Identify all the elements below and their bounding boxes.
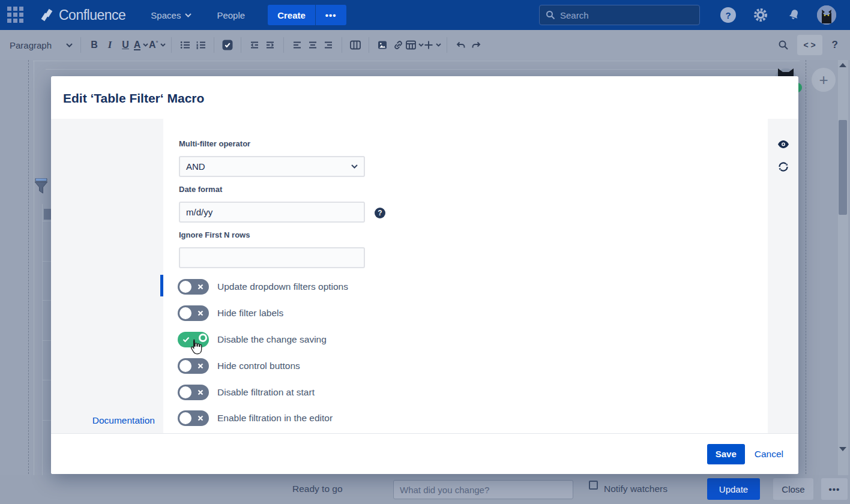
underline-button[interactable]: U: [118, 35, 133, 55]
align-left-button[interactable]: [289, 35, 305, 55]
table-row-line: [42, 300, 51, 301]
scrollbar-down-arrow[interactable]: [839, 447, 846, 451]
toolbar-separator: [171, 37, 172, 53]
italic-button[interactable]: I: [102, 35, 118, 55]
toggle-row-enable-filtration-in-editor: Enable filtration in the editor: [178, 410, 333, 426]
search-icon: [546, 10, 555, 20]
notify-watchers-checkbox[interactable]: [589, 481, 598, 490]
documentation-link[interactable]: Documentation: [51, 415, 163, 426]
bullet-list-button[interactable]: [177, 35, 193, 55]
insert-link-button[interactable]: [390, 35, 406, 55]
align-right-button[interactable]: [321, 35, 336, 55]
page-scrollbar[interactable]: [838, 60, 848, 475]
app-switcher-icon[interactable]: [7, 7, 24, 23]
toolbar-separator: [214, 37, 214, 53]
confluence-logo-text[interactable]: Confluence: [59, 7, 125, 23]
align-center-button[interactable]: [305, 35, 321, 55]
table-row-line: [42, 221, 51, 221]
toggle-off-x-icon: [197, 284, 203, 290]
cancel-link[interactable]: Cancel: [755, 449, 783, 460]
toggle-enable-filtration-in-editor[interactable]: [178, 410, 209, 426]
editor-help-button[interactable]: ?: [828, 39, 842, 51]
toggle-row-hide-control-buttons: Hide control buttons: [178, 358, 300, 374]
text-color-dropdown[interactable]: A: [133, 35, 149, 55]
top-nav: Confluence Spaces People Create ••• ?: [0, 0, 850, 30]
paragraph-style-dropdown[interactable]: Paragraph: [10, 40, 73, 50]
more-options-button[interactable]: •••: [821, 478, 848, 500]
nav-people[interactable]: People: [217, 10, 245, 20]
field-label-date-format: Date format: [179, 185, 222, 194]
add-content-fab[interactable]: +: [812, 68, 836, 92]
editor-status-bar: Ready to go Notify watchers Update Close…: [0, 475, 850, 504]
create-button[interactable]: Create: [268, 5, 315, 25]
dialog-sidebar: [51, 119, 163, 433]
find-replace-button[interactable]: [776, 35, 791, 55]
macro-panel-border: [34, 61, 34, 475]
scrollbar-up-arrow[interactable]: [839, 63, 846, 67]
indent-button[interactable]: [262, 35, 278, 55]
insert-more-dropdown[interactable]: [424, 35, 441, 55]
table-border: [42, 204, 43, 475]
user-avatar[interactable]: [817, 5, 836, 25]
toggle-hide-filter-labels[interactable]: [178, 305, 209, 321]
insert-table-dropdown[interactable]: [406, 35, 424, 55]
help-button[interactable]: ?: [720, 7, 736, 23]
update-button[interactable]: Update: [707, 478, 760, 500]
multi-filter-operator-select[interactable]: AND: [179, 156, 365, 177]
plus-icon: [424, 40, 433, 50]
toolbar-separator: [80, 37, 81, 53]
bold-button[interactable]: B: [86, 35, 102, 55]
toggle-hide-control-buttons[interactable]: [178, 358, 209, 374]
editor-toolbar: Paragraph B I U A A°: [0, 30, 850, 60]
preview-eye-icon[interactable]: [777, 139, 789, 149]
toggle-disable-filtration-at-start[interactable]: [178, 385, 209, 400]
dialog-footer: Save Cancel: [51, 433, 798, 474]
align-left-icon: [292, 40, 302, 50]
numbered-list-icon: [196, 40, 206, 50]
task-list-button[interactable]: [220, 35, 235, 55]
search-input[interactable]: [560, 10, 686, 20]
redo-button[interactable]: [468, 35, 484, 55]
outdent-button[interactable]: [247, 35, 262, 55]
source-code-button[interactable]: < >: [797, 35, 822, 55]
save-status-text: Ready to go: [292, 484, 343, 494]
insert-image-button[interactable]: [375, 35, 390, 55]
cat-avatar-icon: [817, 5, 836, 25]
nav-search-box: [539, 5, 700, 25]
toggle-update-dropdown-filters[interactable]: [178, 279, 209, 295]
close-button[interactable]: Close: [773, 478, 813, 500]
toolbar-separator: [342, 37, 342, 53]
date-format-help-icon[interactable]: ?: [375, 208, 385, 218]
field-label-multi-filter-operator: Multi-filter operator: [179, 139, 250, 148]
date-format-input[interactable]: [179, 202, 365, 223]
undo-button[interactable]: [453, 35, 468, 55]
toggle-row-disable-change-saving: Disable the change saving: [178, 332, 327, 347]
save-button[interactable]: Save: [707, 444, 745, 464]
toolbar-separator: [283, 37, 284, 53]
notifications-bell-icon[interactable]: [786, 8, 801, 23]
search-icon: [778, 40, 789, 50]
scrollbar-thumb[interactable]: [839, 120, 847, 215]
refresh-icon[interactable]: [777, 161, 789, 173]
toolbar-separator: [369, 37, 369, 53]
nav-spaces[interactable]: Spaces: [151, 10, 191, 20]
table-row-line: [42, 420, 51, 421]
more-text-styles-dropdown[interactable]: A°: [149, 35, 166, 55]
content-guide-line: [28, 60, 29, 474]
ignore-first-n-rows-input[interactable]: [179, 247, 365, 268]
page-layout-button[interactable]: [348, 35, 363, 55]
filter-funnel-icon: [34, 178, 48, 194]
version-comment-input[interactable]: [393, 480, 573, 499]
numbered-list-button[interactable]: [193, 35, 208, 55]
table-row-line: [42, 340, 51, 341]
toggle-row-update-dropdown-filters: Update dropdown filters options: [178, 279, 348, 295]
toggle-off-x-icon: [197, 389, 203, 395]
toggle-disable-change-saving[interactable]: [178, 332, 209, 347]
confluence-logo-icon: [37, 7, 55, 23]
chevron-down-icon: [185, 13, 191, 17]
table-header-cell: [44, 209, 51, 220]
chevron-down-icon: [436, 43, 441, 47]
create-more-button[interactable]: •••: [316, 5, 346, 25]
settings-gear-icon[interactable]: [753, 8, 768, 22]
link-icon: [393, 40, 403, 50]
